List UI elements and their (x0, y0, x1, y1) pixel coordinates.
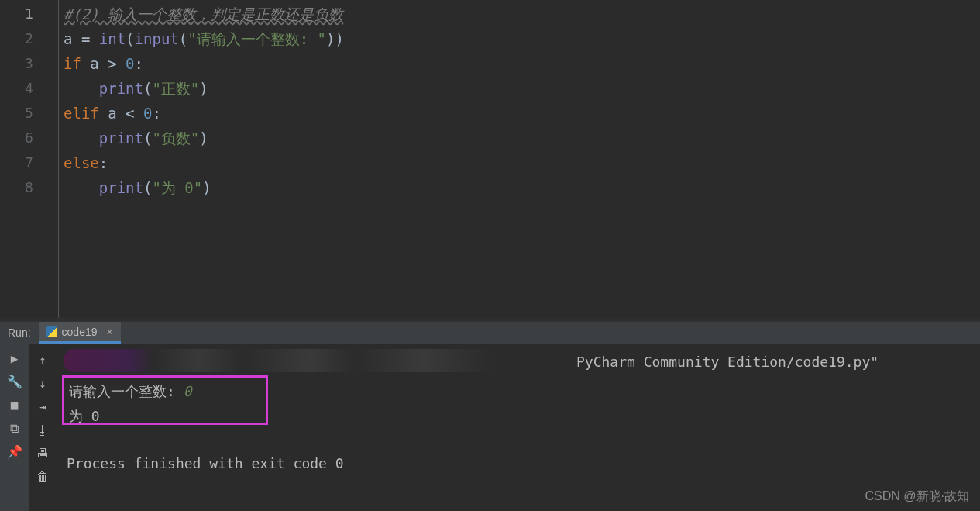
code-editor[interactable]: #(2) 输入一个整数，判定是正数还是负数 a = int(input("请输入… (58, 0, 980, 318)
trash-icon[interactable]: 🗑 (36, 470, 49, 482)
wrench-icon[interactable]: 🔧 (9, 375, 21, 388)
line-number[interactable]: 1 (0, 2, 58, 26)
prompt-text: 请输入一个整数: (69, 383, 184, 399)
line-number[interactable]: 7 (0, 150, 58, 175)
scroll-icon[interactable]: ⭳ (36, 423, 49, 436)
result-text: 为 0 (69, 404, 266, 429)
line-number[interactable]: 4 (0, 76, 58, 101)
run-label: Run: (0, 326, 39, 339)
pin-icon[interactable]: 📌 (9, 445, 21, 457)
run-icon[interactable]: ▶ (9, 352, 21, 364)
run-tab-label: code19 (62, 326, 98, 338)
editor-area: 1 2 3 4 5 6 7 8 #(2) 输入一个整数，判定是正数还是负数 a … (0, 0, 980, 318)
run-tool-bar: Run: code19 × (0, 321, 980, 344)
wrap-icon[interactable]: ⇥ (36, 400, 49, 413)
user-input: 0 (184, 383, 192, 399)
comment: #(2) 输入一个整数，判定是正数还是负数 (64, 5, 343, 22)
layout-icon[interactable]: ⧉ (9, 422, 21, 434)
console-toolbar: ↑ ↓ ⇥ ⭳ 🖶 🗑 (29, 344, 56, 511)
run-tab[interactable]: code19 × (39, 322, 121, 344)
line-number[interactable]: 8 (0, 175, 58, 200)
highlight-box: 请输入一个整数: 0 为 0 (62, 375, 268, 425)
line-number[interactable]: 2 (0, 26, 58, 51)
exit-text: Process finished with exit code 0 (67, 451, 344, 476)
path-text: PyCharm Community Edition/code19.py" (576, 350, 879, 375)
console-output[interactable]: PyCharm Community Edition/code19.py" 请输入… (56, 344, 980, 511)
console-area: ▶ 🔧 ■ ⧉ 📌 ↑ ↓ ⇥ ⭳ 🖶 🗑 PyCharm Community … (0, 344, 980, 511)
gutter: 1 2 3 4 5 6 7 8 (0, 0, 58, 318)
watermark: CSDN @新晓·故知 (865, 489, 969, 505)
line-number[interactable]: 6 (0, 126, 58, 150)
up-icon[interactable]: ↑ (36, 354, 49, 366)
stop-icon[interactable]: ■ (9, 399, 21, 411)
run-side-toolbar: ▶ 🔧 ■ ⧉ 📌 (0, 344, 29, 511)
line-number[interactable]: 3 (0, 51, 58, 76)
close-icon[interactable]: × (107, 326, 113, 338)
line-number[interactable]: 5 (0, 101, 58, 126)
python-icon (46, 326, 57, 337)
down-icon[interactable]: ↓ (36, 377, 49, 389)
print-icon[interactable]: 🖶 (36, 447, 49, 459)
redacted-path (64, 349, 513, 372)
